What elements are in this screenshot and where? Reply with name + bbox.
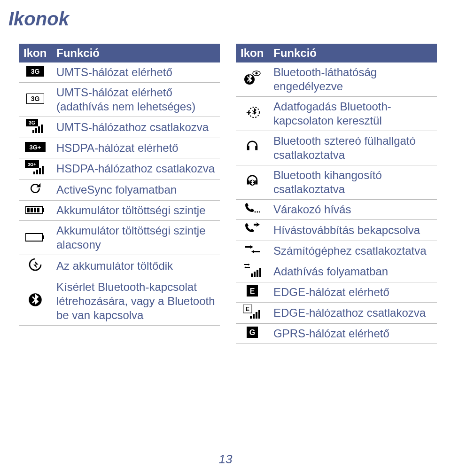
- table-row: 3G UMTS-hálózathoz csatlakozva: [19, 117, 220, 138]
- call-forward-icon: [244, 222, 260, 239]
- row-label: Akkumulátor töltöttségi szintje: [56, 204, 205, 217]
- table-row: 3G+ HSDPA-hálózathoz csatlakozva: [19, 158, 220, 179]
- header-func: Funkció: [269, 44, 437, 62]
- right-column: Ikon Funkció Bluetooth-láthatóság engedé…: [236, 44, 437, 344]
- table-row: Bluetooth-láthatóság engedélyezve: [236, 62, 437, 97]
- row-label: GPRS-hálózat elérhető: [273, 327, 389, 340]
- table-row: Számítógéphez csatlakoztatva: [236, 241, 437, 261]
- svg-rect-6: [32, 130, 34, 133]
- svg-text:3G: 3G: [31, 95, 40, 102]
- e-signal-icon: E: [243, 304, 261, 321]
- svg-point-29: [256, 72, 258, 75]
- page-number: 13: [0, 452, 451, 467]
- svg-rect-19: [42, 208, 44, 212]
- table-row: Akkumulátor töltöttségi szintje alacsony: [19, 221, 220, 255]
- bluetooth-recv-icon: +: [244, 105, 261, 122]
- sync-arrows-icon: [28, 181, 42, 198]
- e-box-icon: E: [247, 285, 258, 299]
- headphones-bt-icon: [245, 174, 260, 191]
- svg-text:3G+: 3G+: [28, 162, 36, 167]
- svg-rect-41: [254, 272, 256, 277]
- svg-point-33: [255, 211, 256, 213]
- svg-rect-9: [41, 125, 43, 133]
- columns-container: Ikon Funkció 3G UMTS-hálózat elérhető 3G…: [4, 44, 437, 344]
- call-waiting-icon: [244, 202, 260, 218]
- row-label: UMTS-hálózat elérhető: [56, 66, 172, 78]
- svg-rect-24: [25, 234, 42, 241]
- g-box-icon: G: [247, 327, 258, 341]
- 3g-signal-icon: 3G: [26, 119, 45, 136]
- icon-table-right: Ikon Funkció Bluetooth-láthatóság engedé…: [236, 44, 437, 344]
- bluetooth-eye-icon: [244, 70, 261, 89]
- row-label: Hívástovábbítás bekapcsolva: [273, 224, 420, 236]
- 3gplus-box-icon: 3G+: [25, 142, 46, 155]
- row-label: Bluetooth kihangosító csatlakoztatva: [273, 169, 382, 195]
- table-row: E EDGE-hálózat elérhető: [236, 282, 437, 303]
- svg-rect-17: [42, 166, 44, 174]
- svg-rect-38: [244, 264, 248, 265]
- row-label: UMTS-hálózathoz csatlakozva: [56, 121, 209, 133]
- svg-rect-8: [38, 126, 40, 133]
- table-row: Hívástovábbítás bekapcsolva: [236, 220, 437, 241]
- battery-charge-icon: [28, 257, 43, 275]
- svg-rect-7: [35, 128, 37, 133]
- table-row: Az akkumulátor töltődik: [19, 255, 220, 277]
- battery-full-icon: [25, 204, 45, 218]
- header-icon: Ikon: [19, 44, 52, 62]
- svg-rect-48: [250, 316, 252, 319]
- svg-point-34: [257, 211, 258, 213]
- row-label: Várakozó hívás: [273, 203, 351, 216]
- table-row: 3G UMTS-hálózat elérhető: [19, 62, 220, 83]
- svg-rect-14: [33, 172, 35, 174]
- table-row: 3G+ HSDPA-hálózat elérhető: [19, 138, 220, 158]
- svg-text:3G: 3G: [29, 120, 35, 125]
- svg-rect-43: [259, 268, 261, 277]
- row-label: Bluetooth-láthatóság engedélyezve: [273, 66, 377, 93]
- data-signal-icon: [243, 263, 261, 280]
- svg-rect-15: [36, 170, 38, 174]
- table-row: 3G UMTS-hálózat elérhető (adathívás nem …: [19, 83, 220, 117]
- svg-rect-51: [258, 310, 260, 319]
- row-label: Adathívás folyamatban: [273, 265, 388, 278]
- row-label: Kísérlet Bluetooth-kapcsolat létrehozásá…: [56, 281, 215, 321]
- svg-text:3G+: 3G+: [30, 144, 41, 151]
- svg-text:E: E: [250, 287, 255, 295]
- 3gplus-signal-icon: 3G+: [25, 160, 46, 177]
- header-func: Funkció: [52, 44, 220, 62]
- svg-rect-50: [256, 312, 257, 319]
- table-row: Bluetooth kihangosító csatlakoztatva: [236, 165, 437, 200]
- row-label: Bluetooth sztereó fülhallgató csatlakozt…: [273, 134, 416, 161]
- svg-rect-42: [257, 270, 258, 277]
- svg-rect-25: [42, 235, 44, 239]
- svg-rect-16: [39, 168, 41, 174]
- row-label: Adatfogadás Bluetooth-kapcsolaton keresz…: [273, 100, 391, 127]
- table-row: Akkumulátor töltöttségi szintje: [19, 201, 220, 221]
- table-row: + Adatfogadás Bluetooth-kapcsolaton kere…: [236, 97, 437, 131]
- svg-rect-22: [34, 208, 36, 212]
- row-label: UMTS-hálózat elérhető (adathívás nem leh…: [56, 86, 195, 113]
- left-column: Ikon Funkció 3G UMTS-hálózat elérhető 3G…: [19, 44, 220, 344]
- row-label: EDGE-hálózathoz csatlakozva: [273, 306, 426, 319]
- svg-rect-21: [31, 208, 33, 212]
- svg-rect-40: [251, 273, 253, 277]
- svg-rect-20: [27, 208, 30, 212]
- page-title: Ikonok: [8, 8, 437, 30]
- table-row: ActiveSync folyamatban: [19, 179, 220, 201]
- pc-connect-icon: [244, 243, 261, 258]
- table-row: G GPRS-hálózat elérhető: [236, 324, 437, 344]
- icon-table-left: Ikon Funkció 3G UMTS-hálózat elérhető 3G…: [19, 44, 220, 326]
- header-icon: Ikon: [236, 44, 269, 62]
- 3g-box-icon: 3G: [26, 66, 44, 79]
- row-label: Akkumulátor töltöttségi szintje alacsony: [56, 224, 205, 251]
- svg-rect-39: [246, 267, 250, 268]
- table-row: Kísérlet Bluetooth-kapcsolat létrehozásá…: [19, 277, 220, 326]
- svg-rect-49: [253, 314, 255, 319]
- row-label: ActiveSync folyamatban: [56, 183, 177, 196]
- bluetooth-icon: [28, 291, 42, 311]
- table-row: Bluetooth sztereó fülhallgató csatlakozt…: [236, 131, 437, 165]
- row-label: Számítógéphez csatlakoztatva: [273, 244, 427, 257]
- battery-low-icon: [25, 232, 45, 245]
- row-label: HSDPA-hálózat elérhető: [56, 141, 179, 154]
- svg-text:3G: 3G: [31, 68, 40, 75]
- svg-text:E: E: [246, 306, 249, 312]
